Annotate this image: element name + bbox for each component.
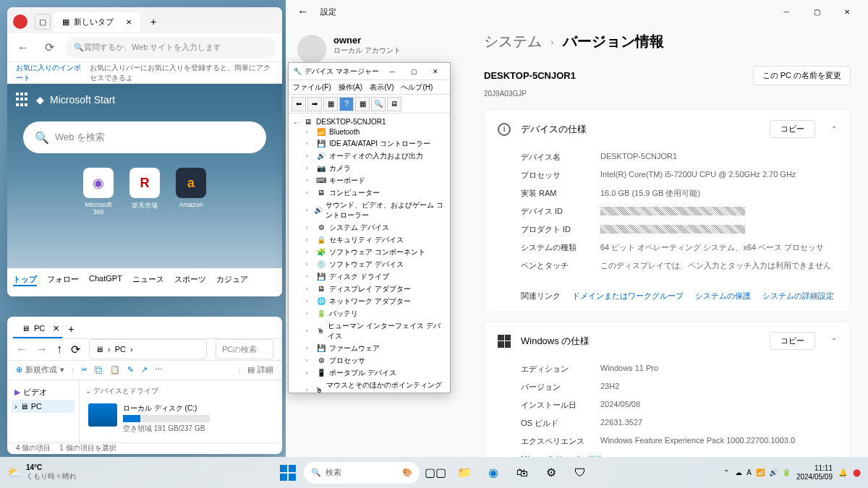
tile-rakuten[interactable]: R楽天市場	[127, 168, 163, 215]
tree-item[interactable]: ›🔒セキュリティ デバイス	[293, 234, 446, 246]
toolbar-button[interactable]: ▦	[355, 97, 370, 111]
copy-button[interactable]: コピー	[770, 332, 815, 350]
help-button[interactable]: ?	[339, 97, 354, 111]
copy-icon[interactable]: ⿻	[95, 366, 103, 374]
tree-item[interactable]: ›📷カメラ	[293, 162, 446, 174]
close-button[interactable]: ✕	[832, 1, 862, 22]
details-view-button[interactable]: ▤詳細	[247, 364, 273, 375]
explorer-tab-pc[interactable]: 🖥 PC ✕	[13, 320, 62, 338]
share-icon[interactable]: ↗	[141, 365, 148, 374]
tree-item[interactable]: ›⚙プロセッサ	[293, 354, 446, 367]
tree-item[interactable]: ›🔊サウンド、ビデオ、およびゲーム コントローラー	[293, 199, 446, 221]
refresh-button[interactable]: ⟳	[71, 343, 80, 356]
clock[interactable]: 11:11 2024/05/09	[796, 464, 833, 481]
news-tab-news[interactable]: ニュース	[132, 274, 164, 286]
close-tab-icon[interactable]: ✕	[126, 18, 132, 26]
news-tab-follow[interactable]: フォロー	[47, 274, 79, 286]
import-bookmarks-link[interactable]: お気に入りのインポート	[16, 63, 81, 83]
tree-item[interactable]: ›🖥ディスプレイ アダプター	[293, 283, 446, 295]
explorer-search[interactable]: PCの検索	[216, 339, 273, 359]
section-header[interactable]: ⌄ デバイスとドライブ	[85, 386, 276, 396]
tile-m365[interactable]: ◉Microsoft 365	[80, 168, 116, 215]
breadcrumb[interactable]: 🖥 › PC ›	[89, 339, 207, 359]
tree-item[interactable]: ›💾ディスク ドライブ	[293, 270, 446, 283]
task-view-button[interactable]: ▢▢	[422, 460, 448, 486]
volume-icon[interactable]: 🔊	[769, 468, 778, 476]
tree-item[interactable]: ›🌐ネットワーク アダプター	[293, 295, 446, 307]
tree-item[interactable]: ›🖥コンピューター	[293, 187, 446, 199]
tree-item[interactable]: ›📱ポータブル デバイス	[293, 367, 446, 379]
taskbar-app-explorer[interactable]: 📁	[451, 460, 477, 486]
minimize-button[interactable]: ─	[771, 1, 801, 22]
forward-button[interactable]: →	[36, 343, 48, 356]
new-button[interactable]: ⊕新規作成▾	[16, 364, 64, 375]
new-tab-button[interactable]: +	[143, 12, 163, 32]
user-info[interactable]: owner ローカル アカウント	[294, 32, 458, 67]
tree-item[interactable]: ›⌨キーボード	[293, 174, 446, 187]
tree-item[interactable]: ›💾ファームウェア	[293, 342, 446, 354]
ime-mode-icon[interactable]: ⬤	[853, 468, 861, 476]
address-bar[interactable]: 🔍 質問するか、Web サイトを入力します	[65, 37, 276, 59]
close-tab-icon[interactable]: ✕	[53, 324, 59, 333]
battery-icon[interactable]: 🔋	[782, 468, 791, 476]
up-button[interactable]: ↑	[56, 343, 62, 356]
sidebar-item-pc[interactable]: ›🖥PC	[12, 400, 75, 413]
windows-specs-header[interactable]: Windows の仕様 コピー ⌃	[485, 322, 850, 360]
browser-tab[interactable]: ▦ 新しいタブ ✕	[54, 12, 140, 32]
onedrive-icon[interactable]: ☁	[735, 468, 742, 476]
workspaces-icon[interactable]: ▢	[35, 14, 51, 30]
tree-item[interactable]: ›⚙システム デバイス	[293, 221, 446, 234]
weather-widget[interactable]: ⛅ 14°C くもり時々晴れ	[7, 463, 77, 481]
toolbar-button[interactable]: 🖥	[387, 97, 401, 111]
sidebar-item-video[interactable]: ▶ビデオ	[12, 385, 75, 400]
tree-item[interactable]: ›📶Bluetooth	[293, 127, 446, 137]
ime-icon[interactable]: A	[746, 468, 752, 476]
news-tab-chatgpt[interactable]: ChatGPT	[89, 274, 122, 286]
rename-icon[interactable]: ✎	[127, 365, 134, 374]
link-advanced[interactable]: システムの詳細設定	[762, 291, 834, 301]
link-domain[interactable]: ドメインまたはワークグループ	[572, 291, 684, 301]
toolbar-button[interactable]: ▦	[323, 97, 338, 111]
copy-button[interactable]: コピー	[770, 120, 815, 138]
cut-icon[interactable]: ✂	[81, 365, 88, 374]
taskbar-app-edge[interactable]: ◉	[480, 460, 506, 486]
link-protection[interactable]: システムの保護	[695, 291, 751, 301]
maximize-button[interactable]: ▢	[404, 64, 424, 79]
news-tab-sports[interactable]: スポーツ	[174, 274, 206, 286]
forward-button[interactable]: ➡	[307, 97, 322, 111]
new-tab-button[interactable]: +	[68, 323, 74, 335]
tree-item[interactable]: ›🖱ヒューマン インターフェイス デバイス	[293, 320, 446, 342]
notifications-icon[interactable]: 🔔	[838, 468, 847, 476]
tree-root[interactable]: ⌄🖥DESKTOP-5CNJOR1	[293, 116, 446, 127]
menu-view[interactable]: 表示(V)	[370, 82, 393, 93]
taskbar-app-settings[interactable]: ⚙	[538, 460, 564, 486]
drive-item[interactable]: ローカル ディスク (C:) 空き領域 191 GB/237 GB	[85, 401, 276, 437]
breadcrumb-system[interactable]: システム	[484, 32, 542, 51]
tree-item[interactable]: ›💾IDE ATA/ATAPI コントローラー	[293, 137, 446, 150]
back-button[interactable]: ⬅	[292, 97, 306, 111]
tree-item[interactable]: ›🧩ソフトウェア コンポーネント	[293, 246, 446, 258]
minimize-button[interactable]: ─	[382, 64, 402, 79]
taskbar-search[interactable]: 🔍検索🎨	[304, 462, 420, 484]
back-button[interactable]: ←	[16, 343, 27, 356]
menu-file[interactable]: ファイル(F)	[293, 82, 331, 93]
tree-item[interactable]: ›🖱マウスとそのほかのポインティング デバイス	[293, 379, 446, 393]
maximize-button[interactable]: ▢	[801, 1, 832, 22]
refresh-button[interactable]: ⟳	[39, 38, 59, 58]
tile-amazon[interactable]: aAmazon	[173, 168, 209, 215]
rename-pc-button[interactable]: この PC の名前を変更	[753, 66, 851, 85]
news-tab-top[interactable]: トップ	[13, 274, 37, 286]
scan-button[interactable]: 🔍	[371, 97, 386, 111]
profile-icon[interactable]	[13, 14, 27, 29]
more-icon[interactable]: ⋯	[155, 365, 163, 374]
menu-help[interactable]: ヘルプ(H)	[401, 82, 433, 93]
tree-item[interactable]: ›💿ソフトウェア デバイス	[293, 258, 446, 270]
device-specs-header[interactable]: i デバイスの仕様 コピー ⌃	[485, 110, 850, 148]
menu-action[interactable]: 操作(A)	[339, 82, 362, 93]
back-button[interactable]: ←	[292, 5, 315, 18]
close-button[interactable]: ✕	[425, 64, 446, 79]
start-button[interactable]	[275, 460, 301, 486]
tree-item[interactable]: ›🔋バッテリ	[293, 307, 446, 320]
tree-item[interactable]: ›🔊オーディオの入力および出力	[293, 150, 446, 162]
apps-grid-icon[interactable]	[16, 93, 30, 107]
